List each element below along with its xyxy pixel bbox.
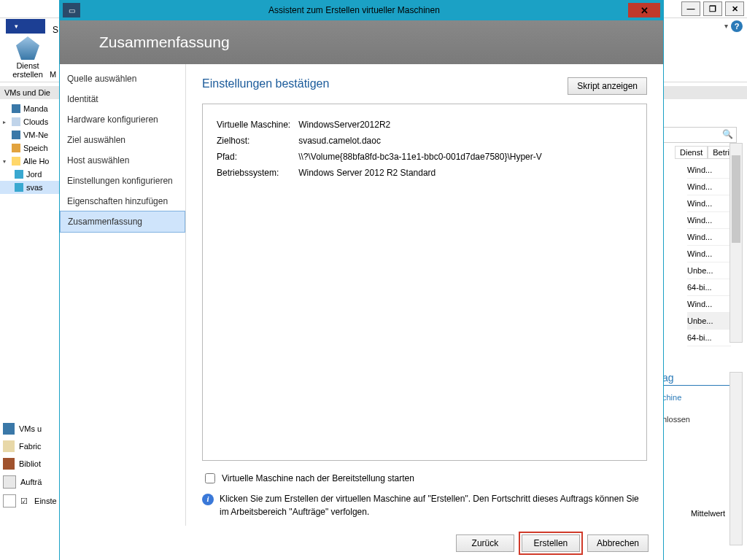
cancel-button[interactable]: Abbrechen (587, 534, 649, 552)
tree-item[interactable]: Manda (0, 102, 60, 115)
search-icon: 🔍 (722, 129, 733, 139)
summary-value-path: \\?\Volume{88bfa8fd-bc3a-11e1-bbc0-001d7… (298, 151, 543, 163)
wizard-step[interactable]: Quelle auswählen (60, 69, 185, 89)
service-icon (16, 36, 39, 60)
workspace-fabric[interactable]: Fabric (0, 438, 60, 455)
folder-icon (12, 157, 20, 166)
create-vm-wizard: ▭ Assistent zum Erstellen virtueller Mas… (60, 0, 663, 560)
summary-label-host: Zielhost: (216, 135, 298, 147)
cloud-icon (12, 117, 20, 126)
detail-mittelwert-label: Mittelwert (691, 509, 725, 518)
content-title: Einstellungen bestätigen (202, 77, 329, 90)
wizard-titlebar[interactable]: ▭ Assistent zum Erstellen virtueller Mas… (60, 0, 663, 20)
vms-icon (3, 423, 15, 435)
list-row[interactable]: Wind... (687, 162, 731, 179)
list-row[interactable]: Unbe... (687, 313, 731, 330)
wizard-content: Einstellungen bestätigen Skript anzeigen… (186, 64, 663, 526)
close-button[interactable]: ✕ (725, 1, 744, 16)
help-icon[interactable]: ? (731, 20, 743, 32)
workspace-switcher: VMs u Fabric Bibliot Aufträ ☑ Einste (0, 420, 60, 510)
summary-value-os: Windows Server 2012 R2 Standard (298, 167, 543, 179)
wizard-banner: Zusammenfassung (60, 20, 663, 64)
search-input[interactable]: 🔍 (662, 127, 737, 143)
wizard-step[interactable]: Ziel auswählen (60, 130, 185, 150)
list-rows: Wind... Wind... Wind... Wind... Wind... … (687, 162, 731, 346)
workspace-vms[interactable]: VMs u (0, 420, 60, 438)
host-icon (15, 183, 23, 192)
list-row[interactable]: Wind... (687, 195, 731, 212)
nav-tree: Manda ▸Clouds VM-Ne Speich ▾Alle Ho Jord… (0, 102, 60, 194)
list-row[interactable]: Wind... (687, 296, 731, 313)
start-after-deploy-input[interactable] (205, 473, 215, 483)
list-row[interactable]: Wind... (687, 212, 731, 229)
wizard-title: Assistent zum Erstellen virtueller Masch… (80, 5, 628, 15)
wizard-step[interactable]: Hardware konfigurieren (60, 109, 185, 130)
minimize-button[interactable]: — (681, 1, 700, 16)
summary-label-vm: Virtuelle Maschine: (216, 119, 298, 131)
workspace-settings[interactable]: ☑ Einste (0, 491, 60, 510)
workspace-library[interactable]: Bibliot (0, 455, 60, 472)
library-icon (3, 458, 15, 470)
tree-item[interactable]: VM-Ne (0, 128, 60, 141)
list-row[interactable]: Wind... (687, 179, 731, 195)
wizard-system-icon[interactable]: ▭ (63, 3, 80, 18)
wizard-footer: Zurück Erstellen Abbrechen (60, 526, 663, 560)
ribbon-home-tab[interactable] (6, 19, 45, 34)
workspace-jobs[interactable]: Aufträ (0, 472, 60, 491)
ribbon-create-service-button[interactable]: Diensterstellen (6, 36, 50, 79)
wizard-steps-list: Quelle auswählen Identität Hardware konf… (60, 64, 186, 526)
summary-label-os: Betriebssystem: (216, 167, 298, 179)
list-row[interactable]: Unbe... (687, 262, 731, 279)
help-dropdown-icon[interactable]: ▾ (724, 22, 728, 30)
settings-icon (3, 494, 16, 508)
info-icon: i (202, 494, 214, 505)
create-button[interactable]: Erstellen (522, 534, 580, 552)
list-row[interactable]: 64-bi... (687, 279, 731, 296)
scrollbar-thumb[interactable] (732, 155, 740, 243)
tree-item[interactable]: Jord (0, 168, 60, 181)
start-after-deploy-label: Virtuelle Maschine nach der Bereitstellu… (222, 473, 414, 483)
list-row[interactable]: 64-bi... (687, 330, 731, 346)
list-row[interactable]: Wind... (687, 246, 731, 262)
wizard-step[interactable]: Host auswählen (60, 150, 185, 171)
ribbon-label: Diensterstellen (6, 61, 50, 79)
maximize-button[interactable]: ❐ (703, 1, 722, 16)
summary-label-path: Pfad: (216, 151, 298, 163)
view-script-button[interactable]: Skript anzeigen (568, 77, 647, 95)
info-message: i Klicken Sie zum Erstellen der virtuell… (202, 493, 647, 518)
server-icon (12, 104, 20, 113)
fabric-icon (3, 440, 15, 452)
summary-value-host: svasud.camelot.daoc (298, 135, 543, 147)
wizard-step[interactable]: Einstellungen konfigurieren (60, 171, 185, 191)
ribbon-s-label: S (53, 25, 58, 35)
wizard-step[interactable]: Eigenschaften hinzufügen (60, 191, 185, 211)
ribbon-m-label: M (50, 70, 56, 79)
tree-item-selected[interactable]: svas (0, 181, 60, 194)
column-dienst[interactable]: Dienst (675, 146, 708, 159)
wizard-step[interactable]: Identität (60, 89, 185, 109)
summary-panel: Virtuelle Maschine: WindowsServer2012R2 … (202, 104, 647, 461)
tree-item[interactable]: ▾Alle Ho (0, 155, 60, 168)
jobs-icon (3, 475, 16, 489)
wizard-step-active[interactable]: Zusammenfassung (60, 211, 185, 233)
network-icon (12, 131, 20, 139)
host-icon (15, 170, 23, 179)
detail-scrollbar[interactable] (729, 372, 743, 545)
back-button[interactable]: Zurück (456, 534, 514, 552)
storage-icon (12, 144, 20, 152)
list-row[interactable]: Wind... (687, 229, 731, 246)
wizard-close-button[interactable]: ✕ (628, 3, 660, 18)
start-after-deploy-checkbox[interactable]: Virtuelle Maschine nach der Bereitstellu… (202, 471, 647, 486)
list-scrollbar[interactable] (729, 143, 743, 343)
tree-item[interactable]: ▸Clouds (0, 115, 60, 128)
tree-item[interactable]: Speich (0, 141, 60, 155)
summary-value-vm: WindowsServer2012R2 (298, 119, 543, 131)
info-text: Klicken Sie zum Erstellen der virtuellen… (220, 493, 647, 518)
